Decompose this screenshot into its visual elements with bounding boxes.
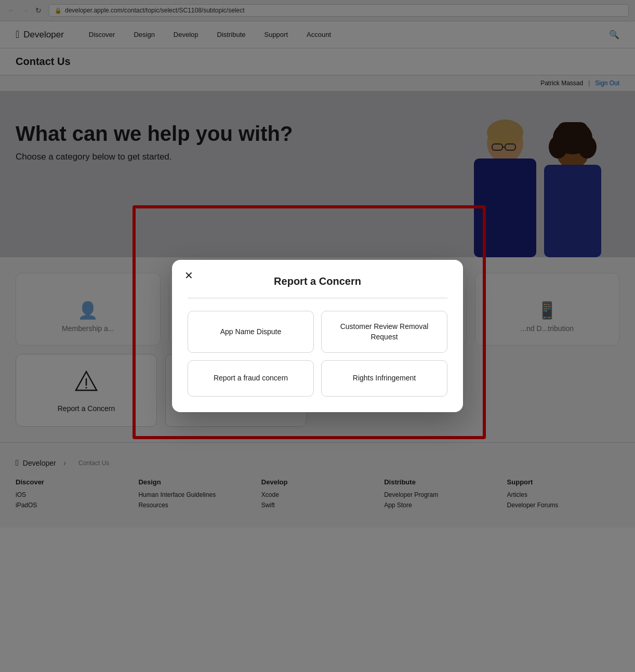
modal-overlay: ✕ Report a Concern App Name Dispute Cust… [0,0,635,528]
report-fraud-concern-button[interactable]: Report a fraud concern [188,360,314,397]
rights-infringement-button[interactable]: Rights Infringement [321,360,447,397]
customer-review-removal-button[interactable]: Customer Review Removal Request [321,311,447,353]
app-name-dispute-button[interactable]: App Name Dispute [188,311,314,353]
report-concern-modal: ✕ Report a Concern App Name Dispute Cust… [172,260,463,412]
modal-close-button[interactable]: ✕ [184,270,193,281]
modal-divider [188,298,447,298]
modal-options: App Name Dispute Customer Review Removal… [188,311,447,397]
modal-title: Report a Concern [188,275,447,287]
